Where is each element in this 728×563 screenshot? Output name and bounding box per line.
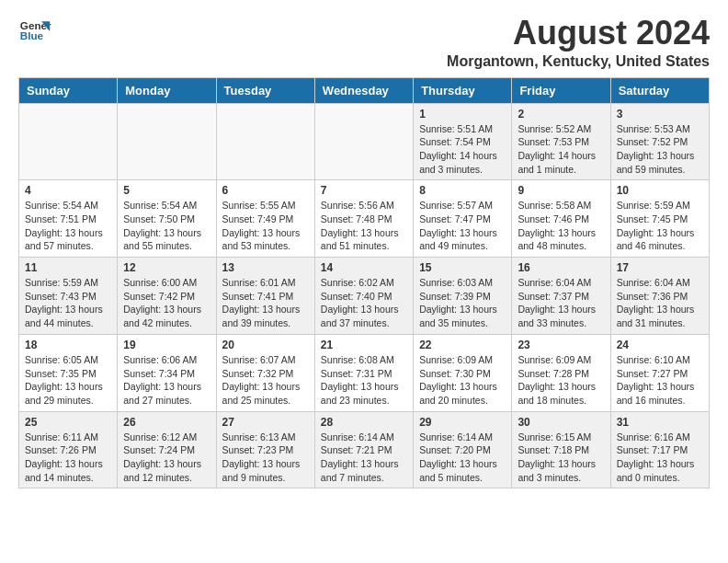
header-saturday: Saturday <box>610 77 709 103</box>
day-number: 21 <box>321 339 407 351</box>
calendar-cell: 13Sunrise: 6:01 AMSunset: 7:41 PMDayligh… <box>216 258 314 335</box>
calendar-cell: 17Sunrise: 6:04 AMSunset: 7:36 PMDayligh… <box>610 258 709 335</box>
day-number: 16 <box>518 261 604 274</box>
day-info: Sunrise: 6:10 AMSunset: 7:27 PMDaylight:… <box>617 353 703 408</box>
header-friday: Friday <box>512 77 610 103</box>
week-row-4: 18Sunrise: 6:05 AMSunset: 7:35 PMDayligh… <box>19 334 710 411</box>
calendar-cell: 12Sunrise: 6:00 AMSunset: 7:42 PMDayligh… <box>118 258 216 335</box>
calendar-cell: 8Sunrise: 5:57 AMSunset: 7:47 PMDaylight… <box>414 180 512 258</box>
day-number: 5 <box>123 184 210 197</box>
svg-text:Blue: Blue <box>20 29 44 41</box>
day-info: Sunrise: 6:14 AMSunset: 7:21 PMDaylight:… <box>321 431 407 485</box>
day-info: Sunrise: 6:07 AMSunset: 7:32 PMDaylight:… <box>222 353 309 408</box>
header-wednesday: Wednesday <box>314 77 413 103</box>
day-info: Sunrise: 6:00 AMSunset: 7:42 PMDaylight:… <box>123 276 210 330</box>
logo-icon: General Blue <box>18 15 51 48</box>
day-info: Sunrise: 6:05 AMSunset: 7:35 PMDaylight:… <box>25 353 111 408</box>
day-info: Sunrise: 5:55 AMSunset: 7:49 PMDaylight:… <box>222 199 309 253</box>
week-row-2: 4Sunrise: 5:54 AMSunset: 7:51 PMDaylight… <box>19 180 710 258</box>
header-sunday: Sunday <box>19 77 118 103</box>
day-info: Sunrise: 6:16 AMSunset: 7:17 PMDaylight:… <box>617 431 703 485</box>
calendar-cell: 11Sunrise: 5:59 AMSunset: 7:43 PMDayligh… <box>19 258 118 335</box>
day-info: Sunrise: 6:06 AMSunset: 7:34 PMDaylight:… <box>123 353 210 408</box>
calendar-cell: 28Sunrise: 6:14 AMSunset: 7:21 PMDayligh… <box>314 411 413 488</box>
calendar-cell: 27Sunrise: 6:13 AMSunset: 7:23 PMDayligh… <box>216 411 314 488</box>
day-number: 12 <box>123 261 210 274</box>
page-header: General Blue August 2024 Morgantown, Ken… <box>18 15 710 70</box>
calendar-cell: 7Sunrise: 5:56 AMSunset: 7:48 PMDaylight… <box>314 180 413 258</box>
day-info: Sunrise: 6:08 AMSunset: 7:31 PMDaylight:… <box>321 353 407 408</box>
day-number: 7 <box>321 184 407 197</box>
day-info: Sunrise: 6:04 AMSunset: 7:36 PMDaylight:… <box>617 276 703 330</box>
day-info: Sunrise: 5:52 AMSunset: 7:53 PMDaylight:… <box>518 122 604 177</box>
day-info: Sunrise: 5:54 AMSunset: 7:50 PMDaylight:… <box>123 199 210 253</box>
calendar-cell: 24Sunrise: 6:10 AMSunset: 7:27 PMDayligh… <box>610 334 709 411</box>
calendar-cell: 2Sunrise: 5:52 AMSunset: 7:53 PMDaylight… <box>512 103 610 180</box>
calendar-body: 1Sunrise: 5:51 AMSunset: 7:54 PMDaylight… <box>19 103 710 488</box>
day-number: 31 <box>617 416 703 429</box>
day-number: 23 <box>518 339 604 351</box>
logo: General Blue <box>18 15 51 48</box>
header-monday: Monday <box>118 77 216 103</box>
week-row-1: 1Sunrise: 5:51 AMSunset: 7:54 PMDaylight… <box>19 103 710 180</box>
calendar-header: SundayMondayTuesdayWednesdayThursdayFrid… <box>19 77 710 103</box>
calendar-cell: 29Sunrise: 6:14 AMSunset: 7:20 PMDayligh… <box>414 411 512 488</box>
day-number: 17 <box>617 261 703 274</box>
day-info: Sunrise: 5:54 AMSunset: 7:51 PMDaylight:… <box>25 199 111 253</box>
calendar-cell: 22Sunrise: 6:09 AMSunset: 7:30 PMDayligh… <box>414 334 512 411</box>
day-info: Sunrise: 5:57 AMSunset: 7:47 PMDaylight:… <box>419 199 506 253</box>
day-number: 4 <box>25 184 111 197</box>
calendar-cell: 16Sunrise: 6:04 AMSunset: 7:37 PMDayligh… <box>512 258 610 335</box>
calendar-cell: 15Sunrise: 6:03 AMSunset: 7:39 PMDayligh… <box>414 258 512 335</box>
day-info: Sunrise: 5:51 AMSunset: 7:54 PMDaylight:… <box>419 122 506 177</box>
day-number: 6 <box>222 184 309 197</box>
calendar-cell: 31Sunrise: 6:16 AMSunset: 7:17 PMDayligh… <box>610 411 709 488</box>
day-info: Sunrise: 6:09 AMSunset: 7:28 PMDaylight:… <box>518 353 604 408</box>
day-info: Sunrise: 6:03 AMSunset: 7:39 PMDaylight:… <box>419 276 506 330</box>
day-info: Sunrise: 6:02 AMSunset: 7:40 PMDaylight:… <box>321 276 407 330</box>
day-info: Sunrise: 6:13 AMSunset: 7:23 PMDaylight:… <box>222 431 309 485</box>
day-number: 22 <box>419 339 506 351</box>
calendar-cell: 3Sunrise: 5:53 AMSunset: 7:52 PMDaylight… <box>610 103 709 180</box>
page-title: August 2024 <box>447 15 710 52</box>
page-subtitle: Morgantown, Kentucky, United States <box>447 53 710 70</box>
calendar-table: SundayMondayTuesdayWednesdayThursdayFrid… <box>18 77 710 489</box>
day-number: 29 <box>419 416 506 429</box>
day-info: Sunrise: 5:53 AMSunset: 7:52 PMDaylight:… <box>617 122 703 177</box>
calendar-cell: 25Sunrise: 6:11 AMSunset: 7:26 PMDayligh… <box>19 411 118 488</box>
calendar-cell: 19Sunrise: 6:06 AMSunset: 7:34 PMDayligh… <box>118 334 216 411</box>
calendar-cell: 23Sunrise: 6:09 AMSunset: 7:28 PMDayligh… <box>512 334 610 411</box>
day-info: Sunrise: 5:58 AMSunset: 7:46 PMDaylight:… <box>518 199 604 253</box>
day-info: Sunrise: 6:12 AMSunset: 7:24 PMDaylight:… <box>123 431 210 485</box>
day-info: Sunrise: 6:15 AMSunset: 7:18 PMDaylight:… <box>518 431 604 485</box>
header-tuesday: Tuesday <box>216 77 314 103</box>
day-number: 25 <box>25 416 111 429</box>
calendar-cell <box>118 103 216 180</box>
calendar-cell: 26Sunrise: 6:12 AMSunset: 7:24 PMDayligh… <box>118 411 216 488</box>
day-info: Sunrise: 6:01 AMSunset: 7:41 PMDaylight:… <box>222 276 309 330</box>
day-number: 15 <box>419 261 506 274</box>
day-info: Sunrise: 6:11 AMSunset: 7:26 PMDaylight:… <box>25 431 111 485</box>
day-number: 14 <box>321 261 407 274</box>
day-number: 20 <box>222 339 309 351</box>
calendar-cell: 18Sunrise: 6:05 AMSunset: 7:35 PMDayligh… <box>19 334 118 411</box>
calendar-cell <box>314 103 413 180</box>
calendar-cell: 30Sunrise: 6:15 AMSunset: 7:18 PMDayligh… <box>512 411 610 488</box>
calendar-cell: 20Sunrise: 6:07 AMSunset: 7:32 PMDayligh… <box>216 334 314 411</box>
day-number: 8 <box>419 184 506 197</box>
calendar-cell: 21Sunrise: 6:08 AMSunset: 7:31 PMDayligh… <box>314 334 413 411</box>
day-info: Sunrise: 5:59 AMSunset: 7:45 PMDaylight:… <box>617 199 703 253</box>
day-info: Sunrise: 6:04 AMSunset: 7:37 PMDaylight:… <box>518 276 604 330</box>
day-number: 24 <box>617 339 703 351</box>
day-number: 18 <box>25 339 111 351</box>
day-number: 9 <box>518 184 604 197</box>
week-row-5: 25Sunrise: 6:11 AMSunset: 7:26 PMDayligh… <box>19 411 710 488</box>
day-number: 2 <box>518 108 604 121</box>
calendar-cell: 1Sunrise: 5:51 AMSunset: 7:54 PMDaylight… <box>414 103 512 180</box>
calendar-cell <box>19 103 118 180</box>
header-row: SundayMondayTuesdayWednesdayThursdayFrid… <box>19 77 710 103</box>
calendar-cell: 9Sunrise: 5:58 AMSunset: 7:46 PMDaylight… <box>512 180 610 258</box>
day-number: 10 <box>617 184 703 197</box>
calendar-cell: 4Sunrise: 5:54 AMSunset: 7:51 PMDaylight… <box>19 180 118 258</box>
day-number: 19 <box>123 339 210 351</box>
